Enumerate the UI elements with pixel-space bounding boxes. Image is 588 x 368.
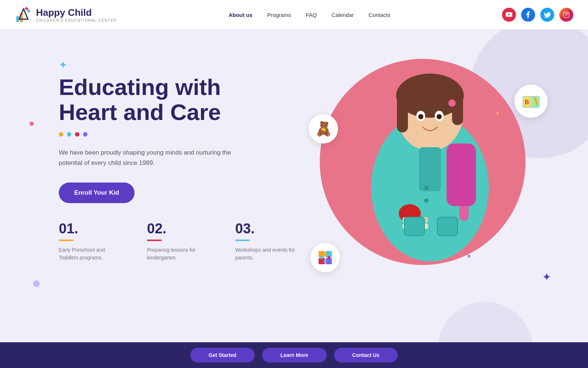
social-icons [502,8,573,22]
hero-title-line2: Heart and Care [59,99,221,125]
enroll-button[interactable]: Enroll Your Kid [59,183,135,203]
svg-rect-22 [437,217,458,236]
stat-3-desc: Workshops and events for parents. [235,246,301,262]
child-svg [345,55,514,276]
svg-rect-21 [404,217,424,236]
stat-3-line [235,240,250,241]
facebook-icon[interactable] [521,8,535,22]
stat-2-desc: Preparing lessons for kindergarten. [147,246,213,262]
dot-blue [67,132,71,137]
logo-name: Happy Child [36,7,117,18]
svg-point-14 [448,99,456,107]
svg-point-13 [437,114,442,119]
dot-yellow [59,132,63,137]
stat-2: 02. Preparing lessons for kindergarten. [147,221,213,262]
main-nav: About us Programs FAQ Calendar Contacts [229,12,390,18]
puzzle-float-icon [311,243,340,272]
hero-right: 🧸 B ✦ ✦ [301,37,559,339]
stat-3: 03. Workshops and events for parents. [235,221,301,262]
star-deco-right: ✦ [542,270,551,283]
svg-rect-28 [530,96,532,108]
stat-1-desc: Early Preschool and Toddlers programs. [59,246,125,262]
stat-3-number: 03. [235,221,301,237]
bottom-btn-1[interactable]: Get Started [190,348,255,362]
bottom-bar: Get Started Learn More Contact Us [0,342,588,368]
star-decoration: ✦ [59,59,294,71]
logo-text: Happy Child Children's Educational Cente… [36,7,117,22]
deco-dot-2 [33,280,40,287]
star-deco-small: ✦ [495,110,500,116]
svg-point-40 [327,256,330,259]
logo[interactable]: Happy Child Children's Educational Cente… [15,6,117,24]
hero-left: ✦ Educating with Heart and Care We have … [59,59,294,203]
svg-point-39 [324,260,327,263]
svg-point-38 [320,256,323,259]
hero-section: ✦ Educating with Heart and Care We have … [0,29,588,368]
stat-1-number: 01. [59,221,125,237]
color-dots [59,132,294,137]
svg-text:✦: ✦ [535,104,538,107]
svg-point-37 [324,252,327,255]
logo-subtitle: Children's Educational Center [36,18,117,22]
nav-about[interactable]: About us [229,12,252,18]
stat-1: 01. Early Preschool and Toddlers program… [59,221,125,262]
svg-point-12 [418,114,423,119]
bottom-btn-2[interactable]: Learn More [262,348,326,362]
header: Happy Child Children's Educational Cente… [0,0,588,29]
svg-text:✦: ✦ [532,95,535,99]
dot-purple [83,132,87,137]
stat-2-number: 02. [147,221,213,237]
dot-red [75,132,79,137]
youtube-icon[interactable] [502,8,516,22]
nav-contacts[interactable]: Contacts [369,12,390,18]
svg-point-23 [424,185,429,190]
svg-marker-3 [24,7,29,10]
svg-rect-15 [419,147,441,191]
svg-rect-8 [397,96,408,132]
book-float-icon: B ✦ ✦ [514,85,548,118]
bottom-btn-3[interactable]: Contact Us [334,348,398,362]
hero-title-line1: Educating with [59,74,221,100]
stat-2-line [147,240,162,241]
svg-point-24 [424,198,429,203]
deco-dot-1 [29,121,34,126]
svg-text:B: B [525,99,529,105]
svg-rect-17 [447,144,476,206]
child-image-area [331,48,529,276]
nav-programs[interactable]: Programs [267,12,291,18]
bear-float-icon: 🧸 [309,114,338,144]
nav-calendar[interactable]: Calendar [331,12,354,18]
instagram-icon[interactable] [559,8,573,22]
logo-icon [15,6,32,24]
stat-1-line [59,240,74,241]
hero-title: Educating with Heart and Care [59,75,294,125]
svg-point-4 [27,10,30,13]
stats-row: 01. Early Preschool and Toddlers program… [59,221,301,262]
hero-description: We have been proudly shaping young minds… [59,148,235,167]
twitter-icon[interactable] [540,8,554,22]
nav-faq[interactable]: FAQ [306,12,317,18]
